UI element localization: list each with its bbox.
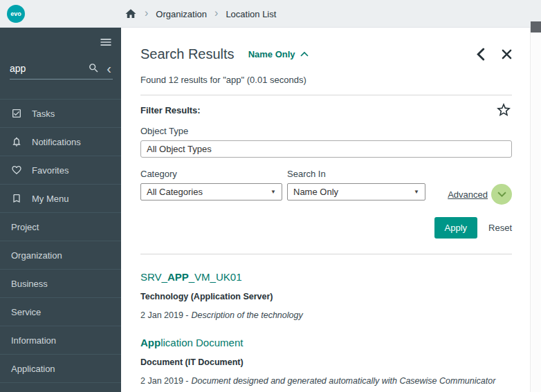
sidebar-search-input[interactable] [10, 63, 88, 74]
search-result: Application Document Document (IT Docume… [140, 337, 512, 386]
page-title: Search Results [140, 46, 235, 62]
advanced-link[interactable]: Advanced [448, 189, 488, 200]
menu-hamburger-icon[interactable] [99, 35, 113, 49]
result-title-text: SRV_ [140, 271, 167, 283]
search-in-select[interactable]: Name Only ▼ [287, 183, 425, 200]
results-summary: Found 12 results for "app" (0.01 seconds… [140, 75, 512, 85]
category-select-value: All Categories [147, 187, 203, 197]
result-title-text: lication Document [161, 337, 243, 348]
result-description-text: Document designed and generated automati… [192, 376, 496, 386]
bell-icon [11, 136, 22, 147]
dropdown-arrow-icon: ▼ [414, 189, 419, 195]
sidebar-item-business[interactable]: Business [0, 270, 121, 298]
sidebar-menu: Tasks Notifications Favorites My Menu [0, 99, 121, 383]
result-title-text: _VM_UK01 [189, 271, 242, 283]
app-window: evo › Organization › Location List ‹ [0, 0, 541, 392]
result-description: 2 Jan 2019 -Document designed and genera… [140, 376, 512, 386]
search-icon[interactable] [88, 62, 100, 74]
divider [140, 95, 512, 95]
top-header: evo › Organization › Location List [0, 0, 541, 28]
search-mode-label: Name Only [248, 49, 295, 59]
object-type-label: Object Type [140, 126, 512, 136]
breadcrumb-location-list[interactable]: Location List [226, 9, 276, 19]
advanced-expand-button[interactable] [491, 184, 512, 205]
search-in-label: Search In [287, 169, 425, 179]
object-type-input[interactable] [140, 140, 512, 158]
close-icon[interactable] [502, 49, 512, 59]
chevron-down-icon [497, 192, 506, 198]
sidebar-item-notifications[interactable]: Notifications [0, 128, 121, 156]
sidebar-item-information[interactable]: Information [0, 326, 121, 355]
sidebar-item-application[interactable]: Application [0, 355, 121, 383]
sidebar-item-label: Business [11, 279, 48, 289]
result-description-text: Description of the technology [192, 310, 303, 320]
result-type: Technology (Application Server) [140, 292, 512, 301]
sidebar-item-tasks[interactable]: Tasks [0, 100, 121, 128]
tasks-icon [11, 108, 22, 119]
filter-results-heading: Filter Results: [140, 105, 201, 115]
collapse-search-chevron-left-icon[interactable]: ‹ [105, 64, 113, 73]
sidebar-item-label: My Menu [32, 194, 68, 204]
reset-button[interactable]: Reset [488, 223, 512, 233]
result-title-highlight: App [140, 337, 161, 348]
result-title-highlight: APP [167, 271, 189, 283]
sidebar-item-label: Tasks [32, 109, 55, 119]
result-title-link[interactable]: Application Document [140, 337, 512, 348]
breadcrumb-organization[interactable]: Organization [156, 9, 207, 19]
result-type: Document (IT Document) [140, 357, 512, 367]
chevron-right-icon: › [214, 8, 218, 20]
divider [140, 254, 512, 254]
scrollbar[interactable] [530, 28, 541, 392]
sidebar-item-project[interactable]: Project [0, 213, 121, 241]
search-in-select-value: Name Only [293, 187, 338, 197]
category-select[interactable]: All Categories ▼ [140, 183, 282, 200]
search-result: SRV_APP_VM_UK01 Technology (Application … [140, 271, 512, 320]
favorite-star-icon[interactable] [495, 102, 512, 118]
heart-icon [11, 165, 22, 176]
chevron-right-icon: › [145, 8, 148, 20]
bookmark-icon [11, 193, 22, 204]
evo-logo[interactable]: evo [7, 5, 25, 23]
result-title-link[interactable]: SRV_APP_VM_UK01 [140, 271, 512, 283]
sidebar-item-label: Project [11, 222, 39, 232]
result-description: 2 Jan 2019 -Description of the technolog… [140, 310, 512, 320]
sidebar-item-label: Service [11, 307, 41, 317]
sidebar-item-label: Favorites [32, 165, 68, 176]
sidebar-item-label: Notifications [32, 137, 81, 147]
sidebar-item-label: Application [11, 364, 55, 374]
sidebar-item-organization[interactable]: Organization [0, 241, 121, 270]
dropdown-arrow-icon: ▼ [270, 189, 276, 195]
search-mode-toggle[interactable]: Name Only [248, 49, 309, 59]
sidebar-item-favorites[interactable]: Favorites [0, 156, 121, 185]
sidebar: ‹ Tasks Notifications Favorites [0, 28, 121, 392]
sidebar-item-label: Organization [11, 250, 62, 261]
breadcrumb: › Organization › Location List [125, 0, 276, 28]
sidebar-search: ‹ [10, 62, 113, 80]
scrollbar-thumb[interactable] [531, 21, 541, 32]
result-date: 2 Jan 2019 - [140, 376, 189, 386]
home-icon[interactable] [125, 8, 137, 20]
sidebar-item-my-menu[interactable]: My Menu [0, 185, 121, 213]
sidebar-item-label: Information [11, 335, 56, 346]
category-label: Category [140, 169, 282, 179]
search-results-panel: Search Results Name Only Found 12 result… [121, 28, 530, 392]
sidebar-item-service[interactable]: Service [0, 298, 121, 326]
apply-button[interactable]: Apply [434, 217, 478, 239]
chevron-up-icon [300, 51, 309, 57]
result-date: 2 Jan 2019 - [140, 310, 189, 320]
back-icon[interactable] [475, 48, 485, 61]
